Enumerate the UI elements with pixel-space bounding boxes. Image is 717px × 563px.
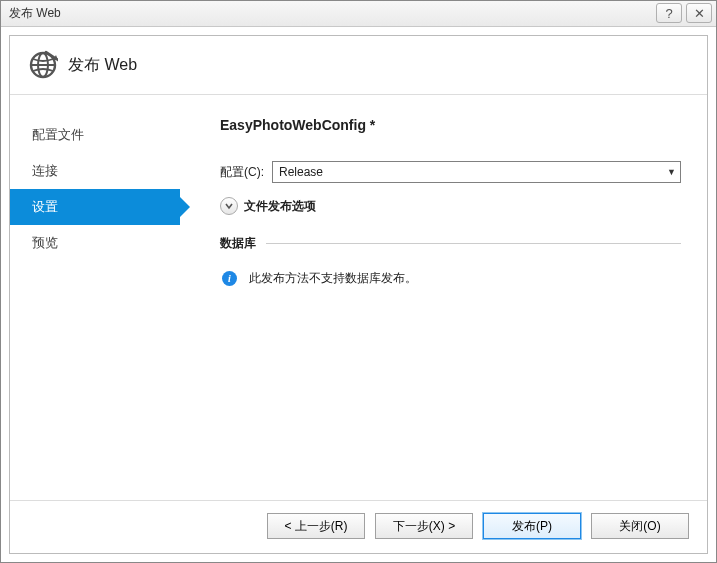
sidebar-item-settings[interactable]: 设置 (10, 189, 180, 225)
db-section: 数据库 (220, 235, 681, 252)
sidebar-item-label: 连接 (32, 163, 58, 178)
close-button[interactable]: 关闭(O) (591, 513, 689, 539)
chevron-down-icon: ▼ (667, 167, 676, 177)
file-publish-expander[interactable]: 文件发布选项 (220, 197, 681, 215)
sidebar-item-preview[interactable]: 预览 (10, 225, 180, 261)
globe-icon (28, 50, 58, 80)
button-label: < 上一步(R) (285, 518, 348, 535)
divider (266, 243, 681, 244)
footer: < 上一步(R) 下一步(X) > 发布(P) 关闭(O) (10, 500, 707, 553)
body: 配置文件 连接 设置 预览 EasyPhotoWebConfig * 配置(C)… (10, 95, 707, 500)
db-section-title: 数据库 (220, 235, 256, 252)
sidebar-item-label: 配置文件 (32, 127, 84, 142)
titlebar-buttons: ? ✕ (656, 3, 712, 23)
content: EasyPhotoWebConfig * 配置(C): Release ▼ 文件… (180, 95, 707, 500)
info-icon: i (222, 271, 237, 286)
header-title: 发布 Web (68, 55, 137, 76)
config-value: Release (279, 165, 323, 179)
sidebar-item-label: 预览 (32, 235, 58, 250)
button-label: 关闭(O) (619, 518, 660, 535)
help-icon: ? (665, 6, 672, 21)
db-message-row: i 此发布方法不支持数据库发布。 (222, 270, 681, 287)
dialog-inner: 发布 Web 配置文件 连接 设置 预览 EasyPhotoWebConfig … (9, 35, 708, 554)
button-label: 下一步(X) > (393, 518, 455, 535)
prev-button[interactable]: < 上一步(R) (267, 513, 365, 539)
window-close-button[interactable]: ✕ (686, 3, 712, 23)
config-select[interactable]: Release ▼ (272, 161, 681, 183)
profile-title: EasyPhotoWebConfig * (220, 117, 681, 133)
config-row: 配置(C): Release ▼ (220, 161, 681, 183)
titlebar: 发布 Web ? ✕ (1, 1, 716, 27)
help-button[interactable]: ? (656, 3, 682, 23)
chevron-down-icon (220, 197, 238, 215)
sidebar-item-profile[interactable]: 配置文件 (10, 117, 180, 153)
publish-web-dialog: 发布 Web ? ✕ 发布 Web 配置文件 (0, 0, 717, 563)
window-title: 发布 Web (9, 5, 61, 22)
sidebar-item-label: 设置 (32, 199, 58, 214)
sidebar-item-connection[interactable]: 连接 (10, 153, 180, 189)
header: 发布 Web (10, 36, 707, 95)
sidebar: 配置文件 连接 设置 预览 (10, 95, 180, 500)
db-message: 此发布方法不支持数据库发布。 (249, 270, 417, 287)
publish-button[interactable]: 发布(P) (483, 513, 581, 539)
close-icon: ✕ (694, 6, 705, 21)
expander-label: 文件发布选项 (244, 198, 316, 215)
next-button[interactable]: 下一步(X) > (375, 513, 473, 539)
button-label: 发布(P) (512, 518, 552, 535)
config-label: 配置(C): (220, 164, 264, 181)
